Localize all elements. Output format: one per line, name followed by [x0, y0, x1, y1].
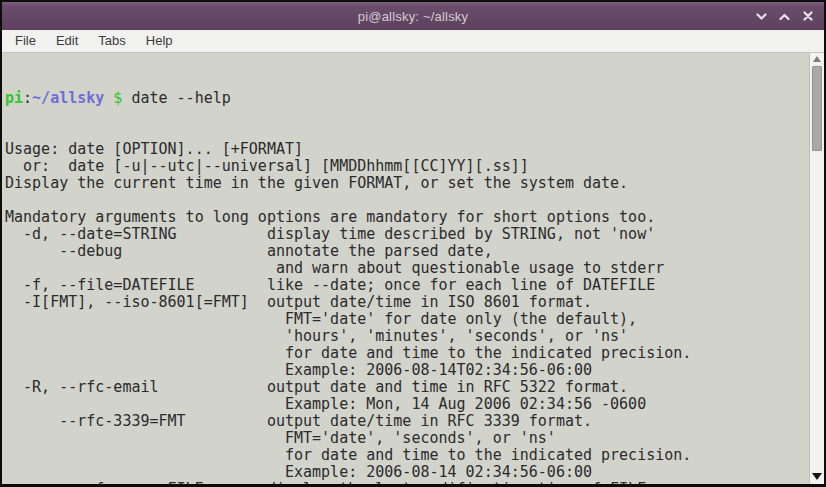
- scroll-down-icon: [812, 473, 822, 480]
- maximize-button[interactable]: [778, 10, 791, 23]
- scrollbar[interactable]: [809, 53, 824, 484]
- menu-item-file[interactable]: File: [5, 31, 46, 51]
- prompt-separator: :: [23, 89, 32, 107]
- menu-item-edit[interactable]: Edit: [46, 31, 88, 51]
- minimize-button[interactable]: [755, 10, 768, 23]
- scrollbar-thumb[interactable]: [812, 66, 822, 151]
- window-controls: [755, 2, 814, 30]
- titlebar[interactable]: pi@allsky: ~/allsky: [2, 2, 824, 30]
- close-icon: [803, 7, 813, 25]
- prompt-path: ~/allsky: [32, 89, 104, 107]
- help-output: Usage: date [OPTION]... [+FORMAT] or: da…: [5, 141, 806, 484]
- terminal-window: pi@allsky: ~/allsky File Edit Tabs: [0, 0, 826, 487]
- menu-item-help[interactable]: Help: [136, 31, 183, 51]
- prompt-user: pi: [5, 89, 23, 107]
- prompt-command: date --help: [131, 89, 230, 107]
- menubar: File Edit Tabs Help: [2, 30, 824, 52]
- terminal-screen[interactable]: pi:~/allsky $ date --help Usage: date [O…: [2, 52, 824, 484]
- prompt-dollar: $: [104, 89, 131, 107]
- scroll-up-icon: [813, 56, 821, 62]
- prompt-line: pi:~/allsky $ date --help: [5, 90, 806, 107]
- window-title: pi@allsky: ~/allsky: [2, 2, 824, 30]
- close-button[interactable]: [801, 10, 814, 23]
- chevron-up-icon: [779, 7, 790, 25]
- scroll-up-button[interactable]: [810, 56, 824, 62]
- scroll-down-button[interactable]: [810, 473, 824, 480]
- menu-item-tabs[interactable]: Tabs: [88, 31, 135, 51]
- terminal-output: pi:~/allsky $ date --help Usage: date [O…: [2, 53, 824, 484]
- chevron-down-icon: [756, 7, 767, 25]
